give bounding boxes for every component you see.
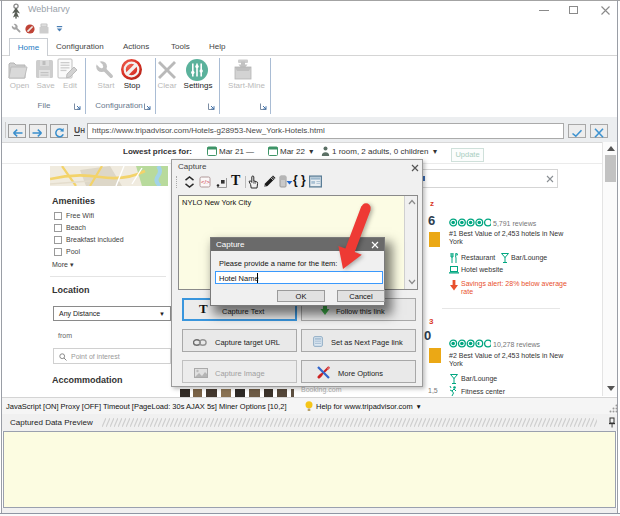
svg-text:</>: </> xyxy=(201,179,210,185)
